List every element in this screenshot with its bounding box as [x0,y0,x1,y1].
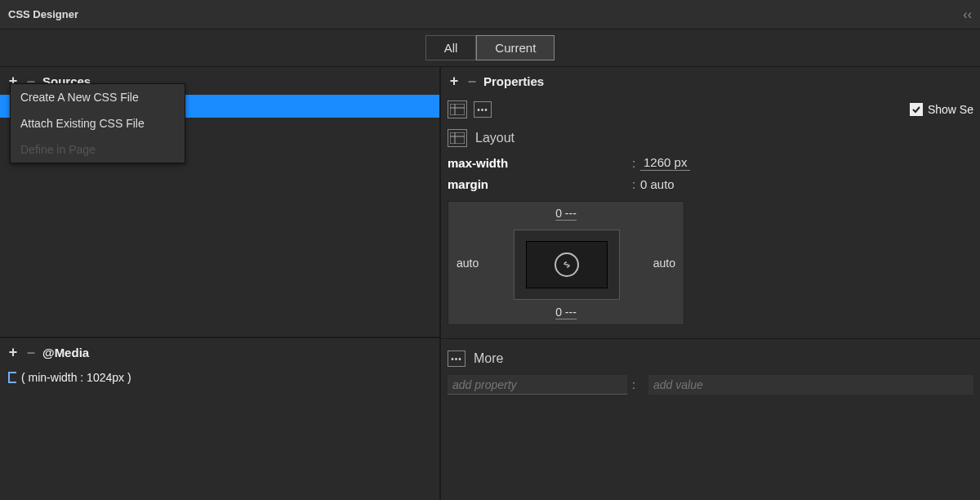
media-label: @Media [42,346,89,359]
remove-property-button[interactable]: – [466,73,479,90]
properties-header: + – Properties [441,67,980,95]
menu-define-in-page: Define in Page [11,136,185,163]
link-values-icon[interactable] [555,252,579,277]
svg-rect-0 [450,104,465,115]
add-media-button[interactable]: + [7,344,20,361]
add-property-button[interactable]: + [448,73,461,90]
more-section-label: More [474,351,503,366]
add-value-input[interactable] [648,375,973,395]
layout-section-label: Layout [475,131,514,145]
margin-right-value[interactable]: auto [653,257,675,270]
layout-section-icon [448,129,467,147]
more-category-icon[interactable]: ••• [474,101,492,118]
media-header: + – @Media [0,338,439,366]
svg-rect-3 [450,132,465,144]
padding-box [514,230,620,300]
menu-attach-css[interactable]: Attach Existing CSS File [11,110,185,136]
tab-all[interactable]: All [425,35,477,60]
add-source-menu: Create A New CSS File Attach Existing CS… [10,83,185,163]
properties-label: Properties [483,74,544,88]
collapse-icon[interactable]: ‹‹ [963,7,972,22]
media-rule-item[interactable]: ( min-width : 1024px ) [0,366,439,389]
margin-left-value[interactable]: auto [457,257,479,270]
margin-value[interactable]: 0 auto [640,177,675,191]
margin-label: margin [448,177,627,191]
margin-visualizer: 0 --- 0 --- auto auto [448,201,684,325]
content-box [526,241,608,288]
layout-category-icon[interactable] [448,100,467,118]
margin-top-value[interactable]: 0 --- [555,207,577,221]
panel-title: CSS Designer [8,8,78,20]
tab-current[interactable]: Current [476,35,555,60]
show-set-label: Show Se [928,103,973,116]
remove-media-button[interactable]: – [24,344,38,361]
margin-bottom-value[interactable]: 0 --- [555,306,577,319]
titlebar: CSS Designer ‹‹ [0,0,980,29]
max-width-value[interactable]: 1260 px [640,155,690,171]
media-bracket-icon [8,372,16,383]
menu-create-css[interactable]: Create A New CSS File [11,84,185,110]
max-width-label: max-width [448,156,627,170]
media-rule-text: ( min-width : 1024px ) [21,371,131,384]
show-set-checkbox[interactable] [910,103,923,116]
add-property-input[interactable] [448,375,627,395]
more-section-icon: ••• [448,350,466,367]
scope-tabs: All Current [0,29,980,67]
